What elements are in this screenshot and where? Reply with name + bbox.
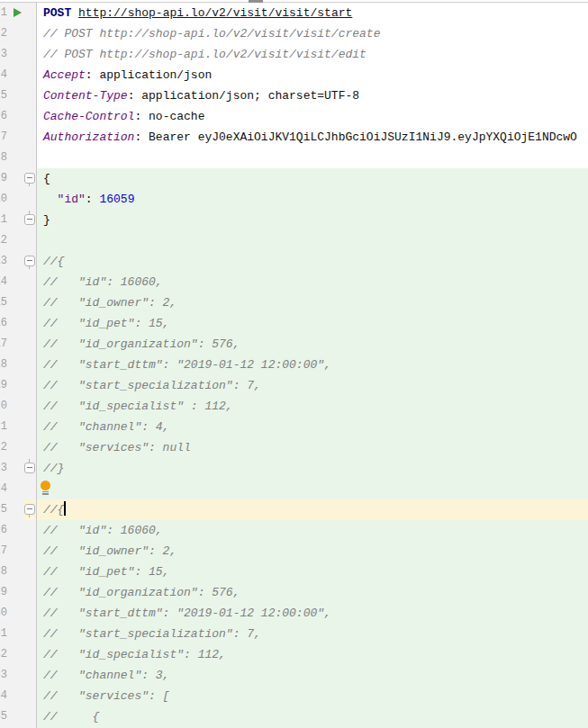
- code-text[interactable]: // "channel": 3,: [37, 665, 588, 686]
- code-line[interactable]: 9{: [0, 168, 588, 189]
- code-text[interactable]: // "start_specialization": 7,: [37, 375, 588, 396]
- folding-collapse-start-icon[interactable]: [24, 504, 35, 515]
- folding-collapse-start-icon[interactable]: [24, 173, 35, 184]
- code-line[interactable]: 13//{: [0, 251, 588, 272]
- folding-collapse-end-icon[interactable]: [24, 214, 35, 225]
- token-pln: [43, 193, 58, 206]
- line-number: 8: [0, 148, 7, 168]
- code-line[interactable]: 1POST http://shop-api.lo/v2/visit/visit/…: [0, 3, 588, 23]
- code-text[interactable]: // "id_specialist" : 112,: [37, 396, 588, 417]
- code-line[interactable]: 22// "services": null: [0, 437, 588, 458]
- code-line[interactable]: 2// POST http://shop-api.lo/v2/visit/vis…: [0, 23, 588, 44]
- code-text[interactable]: //{: [37, 499, 588, 520]
- code-text[interactable]: // "start_dttm": "2019-01-12 12:00:00",: [37, 603, 588, 624]
- token-pun: }: [43, 213, 50, 227]
- code-line[interactable]: 18// "start_dttm": "2019-01-12 12:00:00"…: [0, 355, 588, 375]
- code-text[interactable]: [37, 479, 588, 499]
- code-line[interactable]: 21// "channel": 4,: [0, 417, 588, 437]
- token-hdr: Authorization: [43, 130, 134, 144]
- code-text[interactable]: }: [37, 210, 588, 230]
- code-line[interactable]: 25//{: [0, 499, 588, 520]
- token-cmt: // "id": 16060,: [43, 524, 163, 537]
- code-text[interactable]: Accept: application/json: [37, 65, 588, 85]
- run-request-icon[interactable]: [14, 8, 22, 17]
- code-text[interactable]: // "services": null: [37, 437, 588, 458]
- line-number: 33: [0, 665, 7, 686]
- code-line[interactable]: 19// "start_specialization": 7,: [0, 375, 588, 396]
- folding-collapse-end-icon[interactable]: [24, 463, 35, 473]
- code-text[interactable]: [37, 148, 588, 168]
- code-text[interactable]: // "start_dttm": "2019-01-12 12:00:00",: [37, 355, 588, 375]
- folding-collapse-start-icon[interactable]: [24, 256, 35, 266]
- code-text[interactable]: // POST http://shop-api.lo/v2/visit/visi…: [37, 23, 588, 44]
- gutter-cell: 23: [0, 458, 23, 479]
- code-line[interactable]: 34// "services": [: [0, 686, 588, 706]
- code-line[interactable]: 28// "id_pet": 15,: [0, 562, 588, 582]
- line-number: 23: [0, 458, 7, 479]
- code-line[interactable]: 11}: [0, 210, 588, 230]
- token-cmt: // POST http://shop-api.lo/v2/visit/visi…: [43, 48, 366, 61]
- code-text[interactable]: [37, 230, 588, 251]
- code-text[interactable]: // POST http://shop-api.lo/v2/visit/visi…: [37, 44, 588, 65]
- code-text[interactable]: Cache-Control: no-cache: [37, 106, 588, 127]
- intention-bulb-icon[interactable]: [41, 481, 50, 490]
- line-number: 31: [0, 624, 7, 644]
- code-line[interactable]: 10 "id": 16059: [0, 189, 588, 210]
- code-line[interactable]: 20// "id_specialist" : 112,: [0, 396, 588, 417]
- code-text[interactable]: Authorization: Bearer eyJ0eXAiOiJKV1QiLC…: [37, 127, 588, 148]
- code-text[interactable]: // "id_organization": 576,: [37, 334, 588, 355]
- gutter-cell: 28: [0, 562, 23, 582]
- code-text[interactable]: // "id_organization": 576,: [37, 582, 588, 603]
- fold-column: [23, 582, 37, 603]
- code-text[interactable]: // "id_pet": 15,: [37, 562, 588, 582]
- code-line[interactable]: 32// "id_specialist": 112,: [0, 644, 588, 665]
- code-line[interactable]: 15// "id_owner": 2,: [0, 292, 588, 313]
- code-text[interactable]: // {: [37, 706, 588, 727]
- code-line[interactable]: 5Content-Type: application/json; charset…: [0, 85, 588, 106]
- gutter-cell: 22: [0, 437, 23, 458]
- code-line[interactable]: 27// "id_owner": 2,: [0, 541, 588, 562]
- fold-column: [23, 65, 37, 85]
- gutter-cell: 1: [0, 3, 23, 23]
- code-text[interactable]: // "id_pet": 15,: [37, 313, 588, 334]
- code-text[interactable]: {: [37, 168, 588, 189]
- code-line[interactable]: 17// "id_organization": 576,: [0, 334, 588, 355]
- code-text[interactable]: Content-Type: application/json; charset=…: [37, 85, 588, 106]
- code-text[interactable]: //{: [37, 251, 588, 272]
- code-line[interactable]: 12: [0, 230, 588, 251]
- gutter-cell: 27: [0, 541, 23, 562]
- code-text[interactable]: // "id_specialist": 112,: [37, 644, 588, 665]
- code-text[interactable]: // "id": 16060,: [37, 272, 588, 292]
- editor-rows[interactable]: 1POST http://shop-api.lo/v2/visit/visit/…: [0, 3, 588, 728]
- code-text[interactable]: // "services": [: [37, 686, 588, 706]
- code-text[interactable]: // "id_owner": 2,: [37, 541, 588, 562]
- code-line[interactable]: 14// "id": 16060,: [0, 272, 588, 292]
- gutter-cell: 29: [0, 582, 23, 603]
- fold-column: [23, 520, 37, 541]
- code-line[interactable]: 4Accept: application/json: [0, 65, 588, 85]
- gutter-cell: 33: [0, 665, 23, 686]
- gutter-cell: 24: [0, 479, 23, 499]
- code-line[interactable]: 24: [0, 479, 588, 499]
- code-line[interactable]: 8: [0, 148, 588, 168]
- code-text[interactable]: // "id": 16060,: [37, 520, 588, 541]
- code-line[interactable]: 26// "id": 16060,: [0, 520, 588, 541]
- code-line[interactable]: 16// "id_pet": 15,: [0, 313, 588, 334]
- code-text[interactable]: // "id_owner": 2,: [37, 292, 588, 313]
- code-line[interactable]: 35// {: [0, 706, 588, 727]
- code-line[interactable]: 7Authorization: Bearer eyJ0eXAiOiJKV1QiL…: [0, 127, 588, 148]
- code-line[interactable]: 30// "start_dttm": "2019-01-12 12:00:00"…: [0, 603, 588, 624]
- code-text[interactable]: "id": 16059: [37, 189, 588, 210]
- code-text[interactable]: // "channel": 4,: [37, 417, 588, 437]
- fold-column: [23, 706, 37, 727]
- code-text[interactable]: //}: [37, 458, 588, 479]
- code-line[interactable]: 23//}: [0, 458, 588, 479]
- code-text[interactable]: // "start_specialization": 7,: [37, 624, 588, 644]
- code-line[interactable]: 29// "id_organization": 576,: [0, 582, 588, 603]
- code-line[interactable]: 33// "channel": 3,: [0, 665, 588, 686]
- code-text[interactable]: POST http://shop-api.lo/v2/visit/visit/s…: [37, 3, 588, 23]
- code-line[interactable]: 3// POST http://shop-api.lo/v2/visit/vis…: [0, 44, 588, 65]
- code-line[interactable]: 31// "start_specialization": 7,: [0, 624, 588, 644]
- code-line[interactable]: 6Cache-Control: no-cache: [0, 106, 588, 127]
- token-hdr: Cache-Control: [43, 110, 134, 123]
